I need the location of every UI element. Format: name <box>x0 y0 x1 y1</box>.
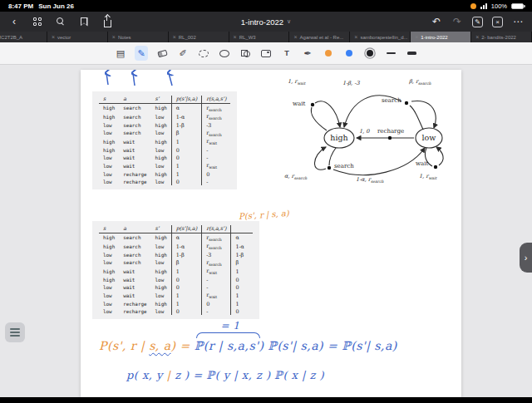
tab-close-icon[interactable]: × <box>354 34 357 40</box>
braced-term: = 1ℙ(r | s,a,s') <box>195 339 264 352</box>
annotation-toolbar: ▤ ✎ ✐ T ✒ <box>0 42 532 65</box>
tab-notes[interactable]: ×Notes <box>108 32 169 42</box>
handwritten-column-header: P(s', r | s, a) <box>239 209 289 221</box>
shapes-tool-icon[interactable] <box>239 46 252 61</box>
mdp-table-1: sas'p(s'|s,a)r(s,a,s')highsearchhighαrse… <box>92 91 237 189</box>
undo-icon[interactable]: ↶ <box>431 16 442 27</box>
tab-sambora[interactable]: ×samborapestellin_d... <box>350 32 411 42</box>
ipad-screen: 8:47 PM Sun Jun 26 100% ‹ 1-intro-2022 ∨… <box>0 0 532 403</box>
action-dot-wait-bottom <box>434 165 437 169</box>
laser-pointer-tool-icon[interactable]: ✒ <box>301 46 314 61</box>
image-tool-icon[interactable] <box>259 46 273 61</box>
action-dot-search-bottom <box>328 166 331 170</box>
equals-one-note: = 1 <box>220 320 239 332</box>
share-icon[interactable] <box>101 16 113 27</box>
edge-label: 1, rwait <box>419 173 436 180</box>
tab-close-icon[interactable]: × <box>52 34 55 40</box>
color-swatch-orange[interactable] <box>322 46 335 61</box>
edge-label: α, rsearch <box>284 173 307 180</box>
action-dot-search-top <box>405 101 408 105</box>
bookmark-icon[interactable] <box>78 16 90 27</box>
action-dot-wait-top <box>311 103 314 106</box>
tab-close-icon[interactable]: × <box>173 34 176 40</box>
document-canvas[interactable]: sas'p(s'|s,a)r(s,a,s')highsearchhighαrse… <box>0 65 532 397</box>
document-title-menu[interactable]: 1-intro-2022 ∨ <box>241 17 291 27</box>
document-title: 1-intro-2022 <box>241 17 283 27</box>
handwritten-equation-2: p( x, y | z ) = ℙ( y | x, z ) ℙ( x | z ) <box>126 369 324 381</box>
handwritten-equation-1: P(s', r | s, a) = = 1ℙ(r | s,a,s') ℙ(s'|… <box>99 339 397 352</box>
clock: 8:47 PM <box>8 2 33 10</box>
mdp-table-2: sas'p(s'|s,a)r(s,a,s')highsearchhighαrse… <box>92 221 259 319</box>
action-dot-recharge <box>388 136 392 140</box>
action-recharge-label: recharge <box>377 128 404 135</box>
tab-2-bandits-2022[interactable]: ×2- bandits-2022 <box>471 32 532 42</box>
stroke-width-thick[interactable] <box>405 46 418 61</box>
state-low-label: low <box>412 133 446 142</box>
date: Sun Jun 26 <box>38 2 74 10</box>
battery-icon <box>511 3 524 9</box>
title-dropdown-icon: ∨ <box>287 18 291 25</box>
tab-vector[interactable]: ×vector <box>47 32 108 42</box>
marker-tool-icon[interactable]: ✐ <box>176 46 190 61</box>
pen-tool-icon[interactable]: ✎ <box>135 46 148 61</box>
lasso-tool-icon[interactable] <box>197 46 210 61</box>
edge-label: 1-α, rsearch <box>356 176 384 184</box>
handwritten-arrows-annotation <box>101 70 200 86</box>
list-icon <box>10 328 20 337</box>
tab-close-icon[interactable]: × <box>415 34 418 40</box>
nav-bar: ‹ 1-intro-2022 ∨ ↶ ↷ ✎ × ⋯ <box>0 12 532 32</box>
tab-1-intro-2022-active[interactable]: ×1-intro-2022 <box>411 32 471 42</box>
tab-agarwal[interactable]: ×Agarwal et al - Re... <box>289 32 350 42</box>
pdf-page[interactable]: sas'p(s'|s,a)r(s,a,s')highsearchhighαrse… <box>81 70 461 397</box>
tab-rl-w3[interactable]: ×RL_W3 <box>229 32 290 42</box>
eraser-tool-icon[interactable] <box>155 46 169 61</box>
close-document-icon[interactable]: × <box>492 17 503 27</box>
tab-strip: ×MC2T2B_A ×vector ×Notes ×RL_002 ×RL_W3 … <box>0 32 532 42</box>
action-search-bottom-label: search <box>334 163 354 170</box>
action-wait-bottom-label: wait <box>416 160 428 167</box>
tab-close-icon[interactable]: × <box>112 34 116 40</box>
more-options-icon[interactable]: ⋯ <box>512 16 524 27</box>
action-search-top-label: search <box>382 97 401 104</box>
recording-indicator-icon[interactable] <box>470 3 476 9</box>
page-thumbnails-icon[interactable]: ▤ <box>114 46 127 61</box>
documents-grid-icon[interactable] <box>32 16 43 27</box>
status-bar: 8:47 PM Sun Jun 26 100% <box>0 0 532 12</box>
tab-close-icon[interactable]: × <box>475 34 479 40</box>
markup-mode-icon[interactable]: ✎ <box>472 17 483 27</box>
tab-close-icon[interactable]: × <box>234 34 237 40</box>
comment-tool-icon[interactable] <box>218 46 231 61</box>
page-navigator-button[interactable] <box>5 322 25 342</box>
mdp-transition-diagram: high low 1, rwait 1-β, -3 β, rsearch wai… <box>274 73 459 191</box>
color-swatch-black-selected[interactable] <box>363 46 377 61</box>
stroke-width-thin[interactable] <box>384 46 397 61</box>
mdp-dynamics-table: sas'p(s'|s,a)r(s,a,s')highsearchhighαrse… <box>99 96 230 185</box>
signal-icon <box>480 2 487 9</box>
edge-label: 1, 0 <box>359 128 369 135</box>
battery-percent: 100% <box>491 2 507 10</box>
action-wait-top-label: wait <box>293 101 305 107</box>
state-high-label: high <box>323 133 356 142</box>
edge-label: β, rsearch <box>409 78 431 86</box>
edge-label: 1, rwait <box>288 78 305 86</box>
mdp-dynamics-table-annotated: sas'p(s'|s,a)r(s,a,s')highsearchhighαrse… <box>99 225 253 315</box>
edge-label: 1-β, -3 <box>342 80 360 86</box>
tab-mc2t2b[interactable]: ×MC2T2B_A <box>0 32 47 42</box>
sidebar-pull-tab[interactable]: › <box>520 243 532 273</box>
back-chevron-icon[interactable]: ‹ <box>8 16 20 27</box>
bottom-bezel <box>0 397 532 403</box>
redo-icon[interactable]: ↷ <box>451 16 463 27</box>
chevron-right-icon: › <box>525 253 528 263</box>
tab-rl-002[interactable]: ×RL_002 <box>169 32 229 42</box>
color-swatch-blue[interactable] <box>342 46 356 61</box>
search-icon[interactable] <box>55 16 66 27</box>
tab-close-icon[interactable]: × <box>293 34 297 40</box>
text-tool-icon[interactable]: T <box>280 46 293 61</box>
